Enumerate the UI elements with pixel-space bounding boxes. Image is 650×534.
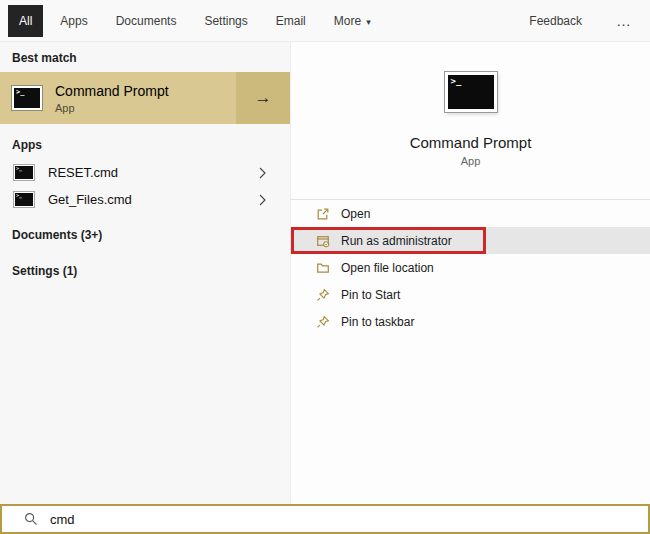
file-location-icon: [316, 261, 330, 275]
search-bar: [0, 504, 650, 534]
command-prompt-icon: [12, 86, 42, 110]
action-open[interactable]: Open: [291, 200, 650, 227]
windows-search-panel: All Apps Documents Settings Email More▾ …: [0, 0, 650, 534]
right-arrow-icon: →: [255, 88, 272, 108]
action-label: Open file location: [341, 261, 434, 275]
preview-panel: Command Prompt App Open: [290, 42, 650, 504]
best-match-header: Best match: [0, 42, 290, 72]
more-options-icon[interactable]: …: [612, 12, 636, 29]
chevron-right-icon: [259, 167, 266, 179]
search-input[interactable]: [50, 512, 450, 527]
search-icon: [24, 512, 38, 526]
action-label: Pin to taskbar: [341, 315, 414, 329]
preview-subtitle: App: [291, 155, 650, 167]
run-as-administrator-icon: [316, 234, 330, 248]
preview-hero: Command Prompt App: [291, 42, 650, 199]
chevron-right-icon: [259, 194, 266, 206]
tab-more[interactable]: More▾: [323, 5, 382, 37]
chevron-down-icon: ▾: [366, 17, 371, 27]
cmd-file-icon: [14, 165, 34, 180]
search-results-area: Best match Command Prompt App → Apps RES…: [0, 42, 650, 504]
command-prompt-large-icon: [445, 72, 497, 112]
feedback-link[interactable]: Feedback: [529, 14, 582, 28]
action-label: Open: [341, 207, 370, 221]
action-label: Run as administrator: [341, 234, 452, 248]
open-icon: [316, 207, 330, 221]
tab-all[interactable]: All: [8, 5, 43, 37]
app-result-reset-cmd[interactable]: RESET.cmd: [0, 159, 290, 186]
best-match-text: Command Prompt App: [55, 83, 169, 114]
documents-section-header[interactable]: Documents (3+): [0, 219, 290, 249]
action-pin-to-taskbar[interactable]: Pin to taskbar: [291, 308, 650, 335]
pin-icon: [316, 288, 330, 302]
app-result-get-files-cmd[interactable]: Get_Files.cmd: [0, 186, 290, 213]
best-match-result[interactable]: Command Prompt App →: [0, 72, 290, 124]
action-run-as-administrator[interactable]: Run as administrator: [291, 227, 650, 254]
best-match-title: Command Prompt: [55, 83, 169, 99]
tab-documents[interactable]: Documents: [105, 5, 188, 37]
tab-settings[interactable]: Settings: [193, 5, 258, 37]
app-result-label: RESET.cmd: [48, 165, 118, 180]
results-panel: Best match Command Prompt App → Apps RES…: [0, 42, 290, 504]
action-open-file-location[interactable]: Open file location: [291, 254, 650, 281]
action-label: Pin to Start: [341, 288, 400, 302]
tab-email[interactable]: Email: [265, 5, 317, 37]
app-result-label: Get_Files.cmd: [48, 192, 132, 207]
tab-more-label: More: [334, 14, 361, 28]
search-filter-bar: All Apps Documents Settings Email More▾ …: [0, 0, 650, 42]
pin-icon: [316, 315, 330, 329]
settings-section-header[interactable]: Settings (1): [0, 255, 290, 285]
cmd-file-icon: [14, 192, 34, 207]
best-match-body[interactable]: Command Prompt App: [0, 72, 236, 124]
action-pin-to-start[interactable]: Pin to Start: [291, 281, 650, 308]
tab-apps[interactable]: Apps: [49, 5, 98, 37]
preview-title: Command Prompt: [291, 134, 650, 151]
expand-preview-button[interactable]: →: [236, 72, 290, 124]
apps-section-header: Apps: [0, 124, 290, 159]
best-match-subtitle: App: [55, 102, 169, 114]
